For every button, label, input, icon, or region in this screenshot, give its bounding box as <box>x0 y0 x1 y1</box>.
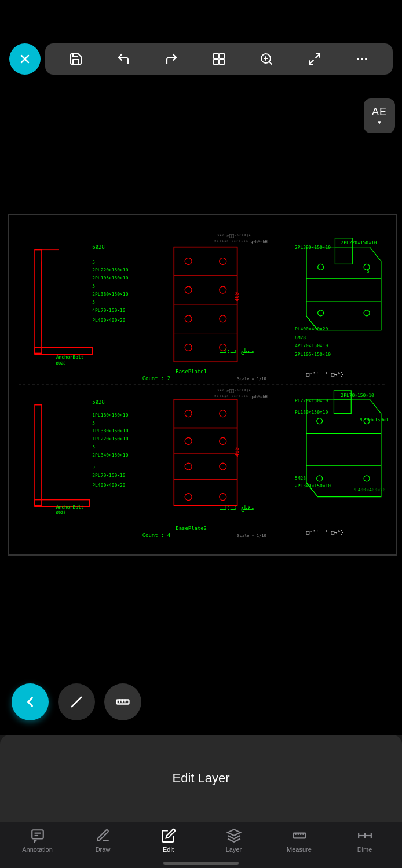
svg-text:ᴰᵉˢⁱᵍⁿ ᵛᵉʳˢⁱᵒⁿ g→hM←hH: ᴰᵉˢⁱᵍⁿ ᵛᵉʳˢⁱᵒⁿ g→hM←hH <box>214 395 268 399</box>
svg-text:Ø028: Ø028 <box>56 361 66 366</box>
svg-point-13 <box>361 58 363 60</box>
bottom-tab-bar: Annotation Draw Edit <box>0 822 402 868</box>
top-toolbar <box>0 0 402 93</box>
svg-text:2PL105×150×10: 2PL105×150×10 <box>92 275 128 281</box>
svg-text:□ᵘ'' ᵸᵗ □→ᵇ}: □ᵘ'' ᵸᵗ □→ᵇ} <box>306 529 343 535</box>
svg-text:PL380×150×1: PL380×150×1 <box>358 417 389 422</box>
svg-rect-5 <box>220 60 224 64</box>
svg-text:Count : 2: Count : 2 <box>142 376 170 381</box>
svg-text:PL400×400×20: PL400×400×20 <box>352 487 386 492</box>
draw-icon <box>95 827 111 844</box>
svg-line-7 <box>269 62 272 64</box>
svg-rect-2 <box>214 54 218 58</box>
svg-text:6M28: 6M28 <box>295 335 306 340</box>
tab-layer[interactable]: Layer <box>214 827 254 853</box>
svg-text:5: 5 <box>92 464 95 469</box>
svg-text:BasePlate2: BasePlate2 <box>176 525 207 531</box>
svg-text:5: 5 <box>92 444 95 450</box>
ae-label: AE <box>372 106 387 118</box>
more-button[interactable] <box>352 49 372 69</box>
svg-text:4PL70×150×10: 4PL70×150×10 <box>92 308 126 313</box>
svg-rect-3 <box>220 54 224 58</box>
fab-container <box>0 683 402 720</box>
edit-layer-title: Edit Layer <box>172 771 229 786</box>
tab-dime[interactable]: Dime <box>345 827 385 853</box>
measure-label: Measure <box>287 846 312 853</box>
svg-text:AnchorBolt: AnchorBolt <box>56 505 84 510</box>
svg-text:1PL220×150×10: 1PL220×150×10 <box>92 436 128 442</box>
layer-label: Layer <box>226 846 242 853</box>
svg-text:5: 5 <box>92 300 95 305</box>
svg-text:BasePlate1: BasePlate1 <box>176 369 207 374</box>
svg-text:1PL180×150×10: 1PL180×150×10 <box>92 413 128 418</box>
svg-text:5M28: 5M28 <box>295 476 306 481</box>
svg-text:2PL340×150×10: 2PL340×150×10 <box>295 483 331 488</box>
svg-text:2PL380×150×10: 2PL380×150×10 <box>295 245 331 250</box>
svg-text:2PL220×150×10: 2PL220×150×10 <box>92 267 128 273</box>
svg-text:400: 400 <box>234 292 240 301</box>
cad-viewport[interactable]: 6Ø28 5 2PL220×150×10 2PL105×150×10 5 2PL… <box>8 214 397 556</box>
svg-text:2PL70×150×10: 2PL70×150×10 <box>341 393 374 398</box>
redo-button[interactable] <box>161 49 182 69</box>
bottom-nav: Edit Layer Annotation Draw <box>0 735 402 868</box>
svg-text:5: 5 <box>92 284 95 289</box>
save-button[interactable] <box>65 49 86 69</box>
svg-line-10 <box>316 54 320 58</box>
svg-rect-127 <box>32 830 43 838</box>
toolbar-group <box>45 43 393 75</box>
zoom-button[interactable] <box>256 49 277 69</box>
tab-draw[interactable]: Draw <box>83 827 123 853</box>
svg-line-11 <box>309 60 313 64</box>
svg-line-122 <box>72 697 81 707</box>
svg-text:5: 5 <box>92 421 95 426</box>
svg-text:400: 400 <box>234 447 240 457</box>
svg-text:4PL70×150×10: 4PL70×150×10 <box>295 343 328 348</box>
svg-marker-130 <box>228 829 240 836</box>
svg-text:AnchorBolt: AnchorBolt <box>56 355 84 360</box>
undo-button[interactable] <box>113 49 134 69</box>
svg-text:2PL380×150×10: 2PL380×150×10 <box>92 292 128 297</box>
svg-text:2PL105×150×10: 2PL105×150×10 <box>295 352 331 357</box>
tab-measure[interactable]: Measure <box>279 827 320 853</box>
svg-text:2PL340×150×10: 2PL340×150×10 <box>92 453 128 458</box>
dime-label: Dime <box>357 846 372 853</box>
svg-text:PL400×400×20: PL400×400×20 <box>92 483 126 488</box>
annotation-icon <box>30 827 46 844</box>
annotation-label: Annotation <box>22 846 53 853</box>
back-fab-button[interactable] <box>12 683 49 720</box>
measure-icon <box>291 827 308 844</box>
svg-text:PL180×150×10: PL180×150×10 <box>295 410 328 415</box>
svg-text:ᴰᵉˢⁱᵍⁿ ᵛᵉʳˢⁱᵒⁿ g→hM←hH: ᴰᵉˢⁱᵍⁿ ᵛᵉʳˢⁱᵒⁿ g→hM←hH <box>214 240 268 244</box>
measure-tool-button[interactable] <box>104 683 141 720</box>
tab-edit[interactable]: Edit <box>148 827 189 853</box>
fullscreen-button[interactable] <box>304 49 325 69</box>
line-tool-button[interactable] <box>58 683 95 720</box>
svg-text:6Ø28: 6Ø28 <box>92 244 105 250</box>
home-indicator <box>163 862 239 865</box>
svg-text:PL220×150×10: PL220×150×10 <box>295 398 328 403</box>
svg-text:5: 5 <box>367 269 370 274</box>
draw-label: Draw <box>96 846 111 853</box>
svg-text:Scale = 1/10: Scale = 1/10 <box>237 377 266 381</box>
ae-button[interactable]: AE ▼ <box>364 98 395 133</box>
svg-text:5: 5 <box>92 260 95 265</box>
svg-text:2PL220×150×10: 2PL220×150×10 <box>341 240 377 245</box>
edit-icon <box>160 827 177 844</box>
layout-button[interactable] <box>209 49 229 69</box>
svg-text:PL400×400×20: PL400×400×20 <box>92 318 126 323</box>
edit-label: Edit <box>163 846 174 853</box>
edit-layer-panel: Edit Layer <box>0 735 402 822</box>
svg-text:2PL70×150×10: 2PL70×150×10 <box>92 473 126 478</box>
svg-rect-4 <box>214 60 218 64</box>
svg-text:□ᵘ'' ᵸᵗ □→ᵇ}: □ᵘ'' ᵸᵗ □→ᵇ} <box>306 372 343 377</box>
dime-icon <box>357 827 373 844</box>
svg-text:Scale = 1/10: Scale = 1/10 <box>237 534 266 538</box>
svg-text:PL400×400×20: PL400×400×20 <box>295 326 328 332</box>
cad-drawing: 6Ø28 5 2PL220×150×10 2PL105×150×10 5 2PL… <box>9 215 396 554</box>
close-button[interactable] <box>9 43 41 75</box>
svg-text:5Ø28: 5Ø28 <box>92 399 105 405</box>
svg-text:مقطع ئـ:لـ: مقطع ئـ:لـ <box>220 348 255 355</box>
svg-text:Ø028: Ø028 <box>56 510 66 515</box>
svg-text:ᵛᵉʳ ◻᷊ᷧ⁻ᵇʳⁱᵈᵍᵉ: ᵛᵉʳ ◻᷊ᷧ⁻ᵇʳⁱᵈᵍᵉ <box>217 234 251 238</box>
tab-annotation[interactable]: Annotation <box>17 827 58 853</box>
